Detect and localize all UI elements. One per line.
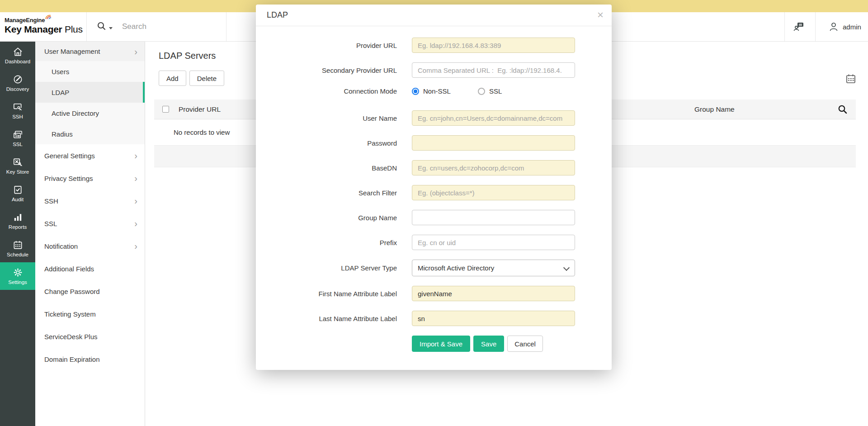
subnav-item-servicedesk-plus[interactable]: ServiceDesk Plus bbox=[35, 325, 145, 348]
subnav-item-user-management[interactable]: User Management bbox=[35, 42, 145, 61]
ldap-server-type-select[interactable]: Microsoft Active Directory bbox=[412, 260, 575, 276]
subnav-item-ticketing-system[interactable]: Ticketing System bbox=[35, 303, 145, 325]
subnav-item-additional-fields[interactable]: Additional Fields bbox=[35, 257, 145, 280]
app-logo: ManageEngine Key Manager Plus bbox=[5, 14, 83, 34]
secondary-provider-url-field[interactable] bbox=[412, 62, 575, 78]
subnav-item-ldap[interactable]: LDAP bbox=[35, 82, 145, 103]
subnav-item-active-directory[interactable]: Active Directory bbox=[35, 103, 145, 123]
sidebar-item-audit[interactable]: Audit bbox=[0, 180, 35, 207]
chevron-right-icon bbox=[134, 151, 137, 160]
radio-option-ssl[interactable]: SSL bbox=[478, 87, 502, 95]
prefix-field[interactable] bbox=[412, 235, 575, 250]
password-field[interactable] bbox=[412, 135, 575, 151]
sidebar-item-label: Schedule bbox=[7, 252, 28, 257]
ssl-icon bbox=[13, 129, 23, 140]
sidebar-item-label: Reports bbox=[9, 224, 27, 230]
subnav-item-privacy-settings[interactable]: Privacy Settings bbox=[35, 167, 145, 189]
cancel-button[interactable]: Cancel bbox=[507, 336, 543, 352]
field-label: Last Name Attribute Label bbox=[256, 315, 397, 322]
subnav-item-change-password[interactable]: Change Password bbox=[35, 280, 145, 303]
subnav-item-radius[interactable]: Radius bbox=[35, 123, 145, 144]
chevron-right-icon bbox=[134, 196, 137, 205]
sidebar-item-label: Audit bbox=[12, 197, 24, 202]
connection-mode-radio-group: Non-SSL SSL bbox=[412, 87, 502, 95]
user-menu[interactable]: admin bbox=[828, 21, 861, 33]
search-icon[interactable] bbox=[96, 21, 107, 32]
home-icon bbox=[13, 47, 23, 57]
subnav-item-label: User Management bbox=[44, 47, 100, 55]
provider-url-field[interactable] bbox=[412, 38, 575, 53]
first-name-attribute-field[interactable] bbox=[412, 286, 575, 301]
search-input[interactable] bbox=[122, 19, 219, 34]
header-divider bbox=[226, 12, 226, 41]
subnav-item-general-settings[interactable]: General Settings bbox=[35, 144, 145, 167]
basedn-field[interactable] bbox=[412, 160, 575, 175]
feedback-icon[interactable] bbox=[792, 20, 806, 33]
field-label: First Name Attribute Label bbox=[256, 290, 397, 298]
form-row-password: Password bbox=[256, 135, 612, 151]
reports-icon bbox=[13, 212, 23, 222]
form-row-last-name-attribute: Last Name Attribute Label bbox=[256, 311, 612, 326]
icon-sidebar: Dashboard Discovery SSH SSL Key Store Au… bbox=[0, 42, 35, 426]
table-search-icon[interactable] bbox=[837, 104, 849, 115]
subnav-item-ssh[interactable]: SSH bbox=[35, 189, 145, 212]
last-name-attribute-field[interactable] bbox=[412, 311, 575, 326]
audit-icon bbox=[13, 185, 23, 195]
modal-actions: Import & Save Save Cancel bbox=[412, 336, 612, 352]
app-root: ManageEngine Key Manager Plus admin bbox=[0, 0, 868, 426]
modal-header: LDAP bbox=[256, 5, 612, 26]
sidebar-item-ssh[interactable]: SSH bbox=[0, 97, 35, 124]
chevron-right-icon bbox=[134, 174, 137, 183]
key-store-icon bbox=[12, 157, 23, 167]
form-row-group-name: Group Name bbox=[256, 210, 612, 225]
sidebar-item-schedule[interactable]: Schedule bbox=[0, 235, 35, 262]
settings-subnav: User Management Users LDAP Active Direct… bbox=[35, 42, 145, 426]
add-button[interactable]: Add bbox=[159, 71, 186, 86]
form-row-connection-mode: Connection Mode Non-SSL SSL bbox=[256, 87, 612, 95]
search-scope-caret-icon[interactable] bbox=[109, 27, 113, 29]
ldap-server-type-select-wrap: Microsoft Active Directory bbox=[412, 260, 575, 276]
toolbar: Add Delete bbox=[159, 71, 224, 86]
header-divider bbox=[815, 12, 816, 41]
non-ssl-radio[interactable] bbox=[412, 88, 419, 95]
ssl-radio[interactable] bbox=[478, 88, 485, 95]
username: admin bbox=[843, 23, 861, 31]
ssh-icon bbox=[12, 102, 23, 112]
subnav-item-ssl[interactable]: SSL bbox=[35, 212, 145, 235]
header-divider bbox=[86, 12, 87, 41]
field-label: BaseDN bbox=[256, 164, 397, 172]
discovery-icon bbox=[13, 74, 23, 85]
subnav-item-users[interactable]: Users bbox=[35, 61, 145, 82]
sidebar-item-reports[interactable]: Reports bbox=[0, 207, 35, 235]
form-row-user-name: User Name bbox=[256, 110, 612, 126]
search-filter-field[interactable] bbox=[412, 185, 575, 200]
sidebar-item-label: Settings bbox=[8, 279, 27, 285]
field-label: Secondary Provider URL bbox=[256, 66, 397, 74]
field-label: LDAP Server Type bbox=[256, 264, 397, 272]
sidebar-item-dashboard[interactable]: Dashboard bbox=[0, 42, 35, 69]
modal-title: LDAP bbox=[267, 10, 288, 20]
sidebar-item-label: Key Store bbox=[6, 169, 29, 175]
subnav-item-notification[interactable]: Notification bbox=[35, 235, 145, 257]
sidebar-item-ssl[interactable]: SSL bbox=[0, 124, 35, 152]
close-icon[interactable] bbox=[597, 9, 604, 22]
column-header-provider-url: Provider URL bbox=[179, 105, 221, 114]
sidebar-item-label: Dashboard bbox=[5, 59, 30, 64]
modal-body: Provider URL Secondary Provider URL Conn… bbox=[256, 26, 612, 352]
sidebar-item-key-store[interactable]: Key Store bbox=[0, 152, 35, 180]
radio-option-non-ssl[interactable]: Non-SSL bbox=[412, 87, 451, 95]
select-all-checkbox[interactable] bbox=[162, 106, 169, 113]
user-name-field[interactable] bbox=[412, 110, 575, 126]
sidebar-item-discovery[interactable]: Discovery bbox=[0, 69, 35, 97]
delete-button[interactable]: Delete bbox=[189, 71, 224, 86]
header-divider bbox=[784, 12, 785, 41]
group-name-field[interactable] bbox=[412, 210, 575, 225]
subnav-item-domain-expiration[interactable]: Domain Expiration bbox=[35, 348, 145, 370]
field-label: User Name bbox=[256, 114, 397, 122]
page-title: LDAP Servers bbox=[159, 51, 216, 61]
save-button[interactable]: Save bbox=[473, 336, 504, 352]
import-save-button[interactable]: Import & Save bbox=[412, 336, 470, 352]
column-chooser-icon[interactable] bbox=[845, 73, 856, 84]
sidebar-item-settings[interactable]: Settings bbox=[0, 262, 35, 290]
form-row-secondary-provider-url: Secondary Provider URL bbox=[256, 62, 612, 78]
